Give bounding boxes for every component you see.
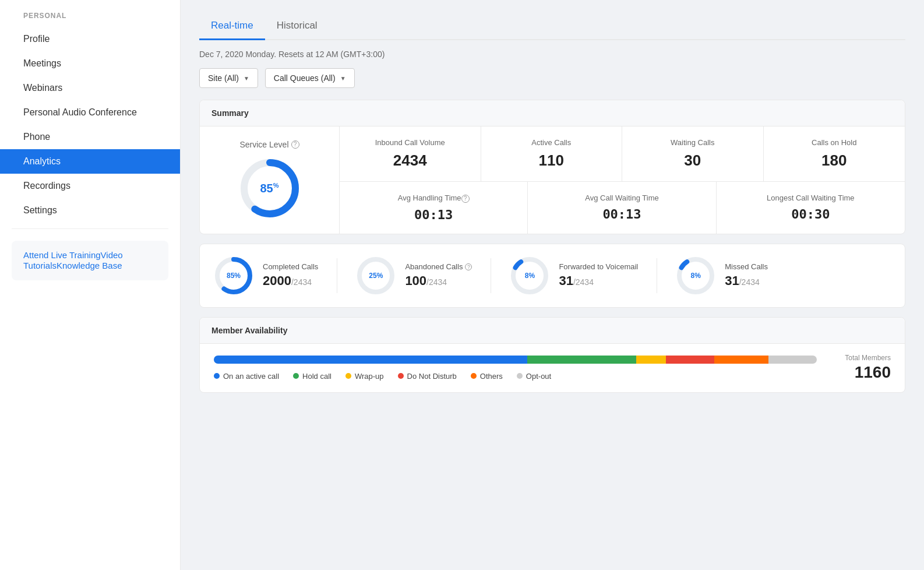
abandoned-calls-info-icon[interactable]: ? [465,263,472,270]
metric-title-completed-calls: Completed Calls [263,262,318,271]
availability-legend: On an active call Hold call Wrap-up Do N… [214,372,817,381]
tab-realtime[interactable]: Real-time [199,14,265,40]
bar-segment-wrap-up [636,356,666,364]
stat-value-active-calls: 110 [491,152,613,170]
legend-item-active-call: On an active call [214,372,279,381]
stat-value-avg-handling-time: 00:13 [349,207,518,222]
metric-title-forwarded-to-voicemail: Forwarded to Voicemail [559,262,638,271]
sidebar-item-recordings[interactable]: Recordings [0,174,180,198]
metric-value-abandoned-calls: 100/2434 [405,273,472,288]
tabs: Real-timeHistorical [199,14,905,40]
bar-segment-do-not-disturb [666,356,714,364]
availability-bar-wrap: On an active call Hold call Wrap-up Do N… [200,344,831,392]
stat-label-avg-handling-time: Avg Handling Time? [349,193,518,203]
summary-top: Service Level ? 85% Inbound Call Volume … [200,126,905,234]
tab-historical[interactable]: Historical [265,14,329,40]
sidebar-divider [12,228,168,229]
metric-text-abandoned-calls: Abandoned Calls? 100/2434 [405,262,472,288]
filter-call-queues[interactable]: Call Queues (All)▼ [265,68,355,88]
metrics-card: 85% Completed Calls 2000/2434 25% Abando… [199,244,905,308]
stat-label-avg-call-waiting-time: Avg Call Waiting Time [537,193,706,202]
legend-dot-active-call [214,373,220,379]
stat-value-avg-call-waiting-time: 00:13 [537,207,706,221]
sidebar-item-personal-audio-conference[interactable]: Personal Audio Conference [0,100,180,125]
legend-label-others: Others [480,372,503,381]
metric-divider-2 [491,258,491,293]
service-level-box: Service Level ? 85% [200,126,340,234]
date-info: Dec 7, 2020 Monday. Resets at 12 AM (GMT… [199,50,905,59]
stat-longest-call-waiting-time: Longest Call Waiting Time 00:30 [717,182,905,234]
legend-item-do-not-disturb: Do Not Disturb [398,372,457,381]
stat-value-waiting-calls: 30 [632,152,754,170]
legend-item-opt-out: Opt-out [517,372,551,381]
metric-total-completed-calls: /2434 [291,277,312,287]
summary-title: Summary [200,100,905,126]
metric-donut-forwarded-to-voicemail: 8% [510,256,549,295]
stat-value-longest-call-waiting-time: 00:30 [726,207,895,221]
metric-donut-label-completed-calls: 85% [227,272,241,280]
service-level-text: Service Level [239,140,288,149]
metric-text-completed-calls: Completed Calls 2000/2434 [263,262,318,288]
stat-label-waiting-calls: Waiting Calls [632,138,754,147]
legend-item-wrap-up: Wrap-up [345,372,384,381]
legend-item-hold-call: Hold call [293,372,331,381]
metric-total-forwarded-to-voicemail: /2434 [573,277,594,287]
metric-value-forwarded-to-voicemail: 31/2434 [559,273,638,288]
service-level-value: 85% [260,181,278,195]
chevron-down-icon: ▼ [340,75,346,82]
metric-divider-1 [337,258,337,293]
total-members-value: 1160 [845,363,891,382]
availability-bar [214,356,817,364]
metric-text-missed-calls: Missed Calls 31/2434 [725,262,768,288]
stat-label-longest-call-waiting-time: Longest Call Waiting Time [726,193,895,202]
metric-text-forwarded-to-voicemail: Forwarded to Voicemail 31/2434 [559,262,638,288]
stat-active-calls: Active Calls 110 [481,126,623,181]
legend-label-opt-out: Opt-out [526,372,551,381]
sidebar-item-phone[interactable]: Phone [0,125,180,149]
stat-label-calls-on-hold: Calls on Hold [773,138,896,147]
sidebar-item-profile[interactable]: Profile [0,27,180,51]
sidebar-item-meetings[interactable]: Meetings [0,51,180,76]
stat-waiting-calls: Waiting Calls 30 [622,126,764,181]
bar-segment-opt-out [768,356,817,364]
service-level-info-icon[interactable]: ? [291,140,299,149]
filter-label-site: Site (All) [208,73,239,83]
metric-donut-completed-calls: 85% [214,256,253,295]
stat-avg-call-waiting-time: Avg Call Waiting Time 00:13 [528,182,716,234]
bar-segment-active-call [214,356,527,364]
sidebar-item-analytics[interactable]: Analytics [0,149,180,174]
stat-calls-on-hold: Calls on Hold 180 [764,126,905,181]
availability-content: On an active call Hold call Wrap-up Do N… [200,344,905,392]
metric-item-abandoned-calls: 25% Abandoned Calls? 100/2434 [356,256,472,295]
summary-card: Summary Service Level ? 85% Inbound C [199,100,905,234]
metric-donut-label-forwarded-to-voicemail: 8% [525,272,535,280]
sidebar: PERSONAL ProfileMeetingsWebinarsPersonal… [0,0,181,570]
legend-label-wrap-up: Wrap-up [355,372,384,381]
service-level-donut: 85% [238,156,302,220]
avg-handling-time-info-icon[interactable]: ? [461,195,470,203]
legend-label-do-not-disturb: Do Not Disturb [407,372,457,381]
stat-avg-handling-time: Avg Handling Time? 00:13 [340,182,528,234]
metric-donut-abandoned-calls: 25% [356,256,396,295]
bar-segment-others [714,356,768,364]
stat-label-inbound-call-volume: Inbound Call Volume [349,138,471,147]
filter-label-call-queues: Call Queues (All) [274,73,336,83]
sidebar-item-webinars[interactable]: Webinars [0,76,180,100]
stat-value-calls-on-hold: 180 [773,152,896,170]
filter-site[interactable]: Site (All)▼ [199,68,258,88]
legend-dot-opt-out [517,373,523,379]
legend-dot-wrap-up [345,373,351,379]
sidebar-item-settings[interactable]: Settings [0,198,180,223]
metric-donut-label-missed-calls: 8% [691,272,701,280]
metric-total-abandoned-calls: /2434 [426,277,447,287]
legend-item-others: Others [471,372,503,381]
legend-label-active-call: On an active call [223,372,279,381]
sidebar-link-knowledge-base[interactable]: Knowledge Base [57,261,122,270]
metric-title-missed-calls: Missed Calls [725,262,768,271]
service-level-label: Service Level ? [239,140,299,149]
legend-dot-others [471,373,477,379]
metric-value-missed-calls: 31/2434 [725,273,768,288]
availability-total: Total Members 1160 [831,344,905,391]
sidebar-link-attend-live-training[interactable]: Attend Live Training [23,250,101,260]
sidebar-links-box: Attend Live TrainingVideo TutorialsKnowl… [12,241,168,280]
